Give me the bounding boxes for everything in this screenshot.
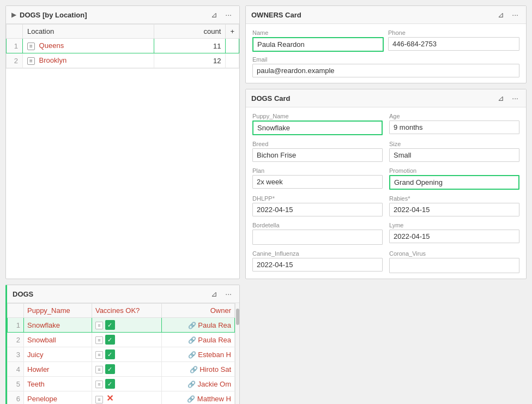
dogs-row-num: 3 [8,347,24,362]
dogs-card-title: DOGS Card [251,94,492,102]
row-num-header [7,25,23,39]
owners-phone-label: Phone [388,29,519,36]
dogs-name-cell[interactable]: Penelope [24,391,92,405]
rabies-field: Rabies* 2022-04-15 [389,195,519,216]
dogs-owner-cell: 🔗 Matthew H [162,391,235,405]
more-button[interactable]: ··· [223,9,234,20]
dogs-by-location-title: DOGS [by Location] [20,11,205,19]
puppy-name-label: Puppy_Name [252,113,383,119]
age-field: Age 9 months [389,113,519,135]
add-col-button[interactable]: + [226,25,239,39]
dogs-by-location-header: ▶ DOGS [by Location] ⊿ ··· [6,6,239,24]
dogs-table-row[interactable]: 6 Penelope ≡ ✕ 🔗 Matthew H [8,391,235,405]
dogs-vaccines-cell: ≡ ✓ [92,318,162,333]
breed-label: Breed [252,141,383,147]
canine-value[interactable]: 2022-04-15 [252,258,383,272]
dogs-table-row[interactable]: 3 Juicy ≡ ✓ 🔗 Esteban H [8,347,235,362]
owners-more-button[interactable]: ··· [510,9,521,20]
owner-name[interactable]: Jackie Om [198,380,231,388]
location-empty-space [6,68,239,112]
dogs-card-more-button[interactable]: ··· [510,93,521,104]
owners-email-label: Email [252,56,519,63]
owners-filter-button[interactable]: ⊿ [495,9,506,20]
dogs-table-row[interactable]: 4 Howler ≡ ✓ 🔗 Hiroto Sat [8,362,235,377]
location-action-cell [226,53,239,68]
vaccines-expand-icon[interactable]: ≡ [95,366,103,373]
corona-value[interactable] [389,258,519,273]
dogs-owner-cell: 🔗 Esteban H [162,347,235,362]
promotion-value[interactable]: Grand Opening [389,175,519,190]
dogs-table-row[interactable]: 2 Snowball ≡ ✓ 🔗 Paula Rea [8,333,235,347]
owners-card-title: OWNERS Card [251,11,492,19]
rabies-value[interactable]: 2022-04-15 [389,203,519,216]
owners-phone-value[interactable]: 446-684-2753 [388,37,519,51]
location-action-cell [226,39,239,53]
location-table-row[interactable]: 2 ≡ Brooklyn 12 [7,53,239,68]
dogs-vertical-scrollbar[interactable] [235,303,239,404]
owner-link-icon: 🔗 [188,351,196,359]
owner-link-icon: 🔗 [190,366,198,373]
bordetella-value[interactable] [252,230,383,245]
lyme-field: Lyme 2022-04-15 [389,222,519,245]
owner-name[interactable]: Paula Rea [198,336,231,344]
dogs-card-filter-button[interactable]: ⊿ [495,93,506,104]
dogs-more-button[interactable]: ··· [223,288,234,299]
filter-button[interactable]: ⊿ [209,9,220,20]
owners-email-field: Email paula@reardon.example [252,56,519,77]
lyme-value[interactable]: 2022-04-15 [389,230,519,243]
owners-email-value[interactable]: paula@reardon.example [252,64,519,77]
owners-name-value[interactable]: Paula Reardon [252,37,384,52]
owner-link-icon: 🔗 [188,381,196,388]
expand-icon[interactable]: ▶ [11,11,16,19]
puppy-name-value[interactable]: Snowflake [252,120,383,135]
dogs-header: DOGS ⊿ ··· [7,285,239,303]
owners-name-field: Name Paula Reardon [252,29,384,52]
dogs-vaccines-cell: ≡ ✓ [92,333,162,347]
puppy-name-field: Puppy_Name Snowflake [252,113,383,135]
dogs-table-scroll[interactable]: Puppy_Name Vaccines OK? Owner 1 Snowflak… [7,303,235,404]
dhlpp-value[interactable]: 2022-04-15 [252,203,383,216]
dogs-owner-cell: 🔗 Paula Rea [162,333,235,347]
dogs-table-row[interactable]: 5 Teeth ≡ ✓ 🔗 Jackie Om [8,377,235,391]
vaccines-expand-icon[interactable]: ≡ [95,322,103,329]
vaccines-expand-icon[interactable]: ≡ [95,396,103,403]
vaccines-check-icon: ✓ [105,335,115,345]
owner-name[interactable]: Hiroto Sat [200,365,231,373]
size-field: Size Small [389,141,519,162]
location-row-num: 2 [7,53,23,68]
age-value[interactable]: 9 months [389,120,519,134]
vaccines-expand-icon[interactable]: ≡ [95,336,103,344]
owners-card-header: OWNERS Card ⊿ ··· [246,6,526,24]
dogs-scrollbar-thumb [236,309,239,325]
dogs-vaccines-cell: ≡ ✓ [92,347,162,362]
dogs-name-cell[interactable]: Teeth [24,377,92,391]
owner-name[interactable]: Matthew H [197,395,231,403]
bordetella-label: Bordetella [252,222,383,228]
breed-value[interactable]: Bichon Frise [252,148,383,162]
bottom-right-placeholder [245,285,527,404]
vaccines-expand-icon[interactable]: ≡ [95,381,103,388]
dogs-owner-cell: 🔗 Hiroto Sat [162,362,235,377]
owner-name[interactable]: Esteban H [198,351,231,359]
location-name-cell[interactable]: ≡ Queens [23,39,154,53]
dogs-table-row[interactable]: 1 Snowflake ≡ ✓ 🔗 Paula Rea [8,318,235,333]
dogs-name-cell[interactable]: Juicy [24,347,92,362]
owner-link-icon: 🔗 [188,322,196,329]
location-expand-icon[interactable]: ≡ [27,57,35,65]
dogs-filter-button[interactable]: ⊿ [209,288,220,299]
dogs-table-wrapper: Puppy_Name Vaccines OK? Owner 1 Snowflak… [7,303,239,404]
location-table-row[interactable]: 1 ≡ Queens 11 [7,39,239,53]
dogs-name-cell[interactable]: Howler [24,362,92,377]
dogs-card-panel: DOGS Card ⊿ ··· Puppy_Name Snowflake Age… [245,89,527,279]
size-value[interactable]: Small [389,148,519,162]
plan-value[interactable]: 2x week [252,175,383,189]
owners-phone-field: Phone 446-684-2753 [388,29,519,52]
dogs-name-cell[interactable]: Snowflake [24,318,92,333]
vaccines-expand-icon[interactable]: ≡ [95,351,103,359]
owner-name[interactable]: Paula Rea [198,321,231,329]
dogs-name-cell[interactable]: Snowball [24,333,92,347]
dhlpp-label: DHLPP* [252,195,383,202]
location-expand-icon[interactable]: ≡ [27,43,35,50]
location-row-num: 1 [7,39,23,53]
location-name-cell[interactable]: ≡ Brooklyn [23,53,154,68]
